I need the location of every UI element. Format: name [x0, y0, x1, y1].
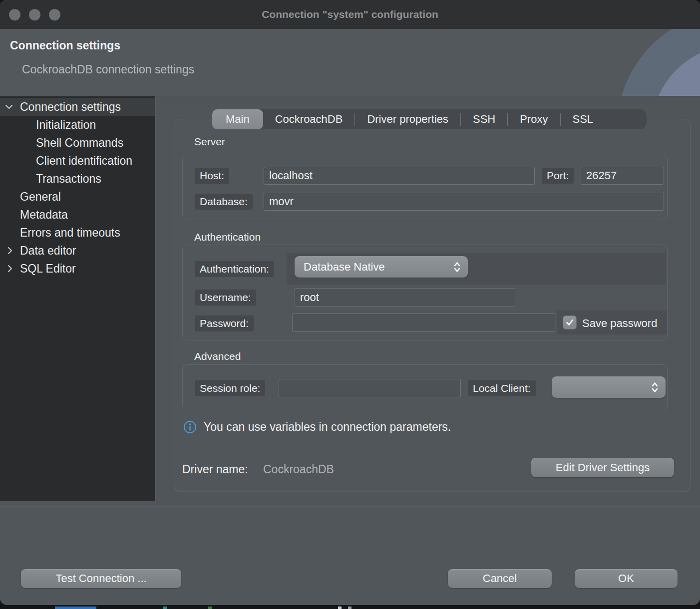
sidebar-item-label: Initialization: [36, 116, 96, 134]
advanced-group: Session role: Local Client:: [182, 364, 668, 410]
host-label: Host:: [195, 168, 229, 184]
username-input[interactable]: [295, 288, 515, 306]
authentication-label: Authentication:: [195, 261, 274, 277]
host-input[interactable]: [264, 167, 535, 185]
server-group: Host: Port: Database:: [182, 155, 668, 220]
authentication-group-legend: Authentication: [194, 231, 261, 243]
page-title: Connection settings: [10, 39, 120, 52]
info-text: You can use variables in connection para…: [204, 420, 451, 434]
session-role-input[interactable]: [279, 379, 461, 397]
port-label: Port:: [542, 168, 574, 184]
sidebar-item-data-editor[interactable]: Data editor: [0, 242, 155, 260]
tab-ssh[interactable]: SSH: [461, 109, 507, 129]
background-app-fragment: [55, 607, 96, 609]
screen: Connection "system" configuration Connec…: [0, 0, 700, 609]
sidebar-item-initialization[interactable]: Initialization: [0, 116, 155, 134]
dialog-content: Connection settings Initialization Shell…: [0, 96, 700, 506]
checkmark-icon: [565, 318, 574, 327]
sidebar-item-transactions[interactable]: Transactions: [0, 170, 155, 188]
server-group-legend: Server: [194, 136, 225, 148]
authentication-group: Authentication: Database Native Username…: [182, 245, 668, 340]
save-password-checkbox-label: Save password: [582, 317, 667, 330]
database-label: Database:: [195, 194, 253, 210]
background-app-fragment: [338, 607, 342, 609]
chevron-right-icon: [6, 246, 14, 255]
sidebar-item-errors-and-timeouts[interactable]: Errors and timeouts: [0, 224, 155, 242]
background-app-fragment: [163, 607, 167, 609]
sidebar-item-label: Errors and timeouts: [20, 224, 120, 242]
tab-main[interactable]: Main: [212, 109, 263, 129]
header-decoration-arcs: [590, 29, 700, 96]
password-input[interactable]: [292, 313, 555, 332]
sidebar-item-label: Shell Commands: [36, 134, 123, 152]
tab-ssl[interactable]: SSL: [561, 109, 606, 129]
test-connection-button[interactable]: Test Connection ...: [21, 569, 181, 588]
background-strip: [0, 605, 700, 609]
password-label: Password:: [195, 315, 254, 331]
sidebar-item-label: Metadata: [20, 206, 68, 224]
ok-button[interactable]: OK: [575, 569, 678, 588]
session-role-label: Session role:: [195, 380, 265, 396]
settings-tree: Connection settings Initialization Shell…: [0, 96, 156, 501]
sidebar-item-client-identification[interactable]: Client identification: [0, 152, 155, 170]
window-title: Connection "system" configuration: [0, 0, 700, 29]
authentication-selected-value: Database Native: [304, 261, 449, 274]
title-bar: Connection "system" configuration: [0, 0, 700, 29]
local-client-select[interactable]: [552, 376, 666, 398]
advanced-group-legend: Advanced: [194, 350, 241, 362]
dialog-footer: Test Connection ... Cancel OK: [0, 506, 700, 605]
tab-driver-properties[interactable]: Driver properties: [355, 109, 460, 129]
connection-configuration-dialog: Connection "system" configuration Connec…: [0, 0, 700, 605]
tab-cockroachdb[interactable]: CockroachDB: [263, 109, 355, 129]
updown-chevrons-icon: [453, 261, 461, 273]
background-app-fragment: [348, 607, 351, 609]
page-subtitle: CockroachDB connection settings: [22, 63, 194, 76]
cancel-button[interactable]: Cancel: [448, 569, 552, 588]
sidebar-item-label: SQL Editor: [20, 260, 76, 278]
panel-divider: [181, 446, 683, 446]
local-client-label: Local Client:: [468, 380, 536, 396]
driver-name-label: Driver name:: [182, 463, 248, 476]
info-icon: [183, 420, 197, 434]
dialog-header: Connection settings CockroachDB connecti…: [0, 29, 700, 96]
port-input[interactable]: [581, 167, 664, 185]
main-tab-panel: Server Host: Port: Database: Authenticat…: [174, 119, 691, 491]
sidebar-item-label: Connection settings: [20, 98, 121, 116]
updown-chevrons-icon: [651, 381, 659, 393]
main-pane: Main CockroachDB Driver properties SSH P…: [158, 96, 700, 506]
save-password-checkbox[interactable]: [563, 315, 577, 329]
sidebar-item-label: General: [20, 188, 61, 206]
sidebar-item-shell-commands[interactable]: Shell Commands: [0, 134, 155, 152]
tab-bar: Main CockroachDB Driver properties SSH P…: [212, 109, 647, 129]
authentication-select[interactable]: Database Native: [295, 256, 468, 278]
sidebar-item-metadata[interactable]: Metadata: [0, 206, 155, 224]
sidebar-item-general[interactable]: General: [0, 188, 155, 206]
sidebar-item-connection-settings[interactable]: Connection settings: [0, 98, 155, 116]
sidebar-item-label: Data editor: [20, 242, 76, 260]
chevron-down-icon: [4, 103, 13, 111]
sidebar-item-label: Client identification: [36, 152, 132, 170]
edit-driver-settings-button[interactable]: Edit Driver Settings: [531, 458, 674, 477]
driver-name-value: CockroachDB: [263, 463, 334, 476]
username-label: Username:: [195, 290, 256, 305]
background-app-fragment: [208, 607, 212, 609]
chevron-right-icon: [6, 264, 14, 273]
info-row: You can use variables in connection para…: [183, 420, 451, 434]
tab-proxy[interactable]: Proxy: [508, 109, 560, 129]
database-input[interactable]: [264, 193, 664, 211]
sidebar-item-sql-editor[interactable]: SQL Editor: [0, 260, 155, 278]
sidebar-item-label: Transactions: [36, 170, 101, 188]
